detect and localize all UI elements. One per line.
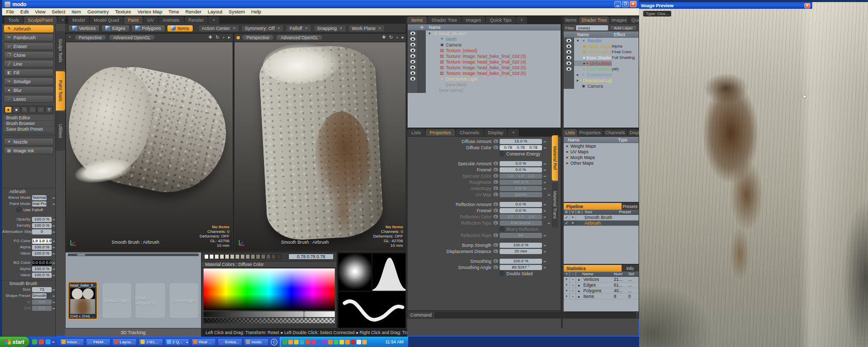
channel-dot-icon[interactable]: [493, 162, 498, 165]
color-swatch[interactable]: [256, 254, 260, 259]
visibility-eye-icon[interactable]: [566, 44, 571, 48]
mode-button[interactable]: Edges: [101, 25, 130, 32]
color-swatch[interactable]: [245, 254, 250, 259]
shader-row[interactable]: ◉ Camera: [564, 83, 639, 89]
brush-tip-button[interactable]: T: [45, 106, 53, 113]
chevron-down-icon[interactable]: ▼: [47, 294, 52, 297]
color-swatch[interactable]: [235, 254, 240, 259]
checkbox[interactable]: [500, 227, 504, 231]
select-add-button[interactable]: +: [564, 282, 570, 288]
property-field[interactable]: 100.0 %: [32, 217, 52, 222]
channel-dot-icon[interactable]: [493, 243, 498, 247]
toolbar-dropdown[interactable]: Work Plane ▼: [348, 25, 385, 32]
select-add-button[interactable]: +: [564, 277, 570, 282]
viewport-left-canvas[interactable]: Smooth Brush : Airbrush No Items Channel…: [66, 42, 233, 251]
stepper-arrows[interactable]: ◂▸: [546, 221, 552, 225]
mode-button[interactable]: Vertices: [68, 25, 100, 32]
viewport-nav-icon[interactable]: ⌕: [396, 35, 398, 40]
properties-tab[interactable]: Display: [484, 129, 508, 136]
item-row[interactable]: ▼ Mesh: [408, 36, 561, 42]
add-layer-button[interactable]: Add Layer: [610, 25, 637, 31]
expand-arrow-icon[interactable]: ►: [576, 278, 582, 281]
item-row[interactable]: ◐ Directional Light: [408, 76, 561, 82]
brush-link-button[interactable]: Brush Editor: [4, 115, 54, 120]
toolbar-dropdown[interactable]: Falloff ▼: [286, 25, 311, 32]
color-swatch[interactable]: [220, 254, 224, 259]
tray-icon[interactable]: [283, 340, 287, 344]
expand-arrow-icon[interactable]: ▼: [576, 39, 581, 42]
stepper-arrows[interactable]: ◂▸: [542, 146, 548, 149]
select-remove-button[interactable]: -: [570, 282, 576, 288]
checkbox[interactable]: [500, 151, 504, 156]
viewport-style-button[interactable]: Perspective: [242, 35, 274, 41]
visibility-eye-icon[interactable]: [410, 77, 415, 81]
ink-tool-button[interactable]: ✦ Nozzle: [4, 138, 54, 146]
statistics-row[interactable]: + - ► Vertices 21... ...: [564, 277, 639, 282]
color-swatch[interactable]: [276, 254, 281, 259]
stepper-arrows[interactable]: ◂▸: [542, 168, 548, 171]
channel-dot-icon[interactable]: [493, 259, 498, 263]
browser-scrollbar[interactable]: [68, 254, 199, 256]
color-swatch[interactable]: [225, 254, 229, 259]
menu-item[interactable]: Vertex Map: [137, 9, 162, 14]
image-thumbnail-selected[interactable]: head_bake_fi ... 2048 x 2048, ...: [68, 281, 98, 320]
visibility-eye-icon[interactable]: [410, 43, 415, 46]
visible-dot[interactable]: •: [570, 215, 576, 220]
tray-icon[interactable]: [362, 340, 367, 344]
stone-mesh-right[interactable]: [258, 43, 384, 241]
viewport-right[interactable]: PerspectiveAdvanced OpenGL ✚↻⌕▸ Smooth B…: [234, 33, 407, 252]
select-remove-button[interactable]: -: [570, 277, 576, 282]
alpha-checker-bar[interactable]: [204, 318, 335, 323]
property-field[interactable]: 0: [32, 229, 52, 234]
color-swatch[interactable]: [240, 254, 245, 259]
task-window-button[interactable]: Inbox...: [59, 338, 84, 346]
viewport-style-button[interactable]: Advanced OpenGL: [276, 35, 322, 41]
stepper-arrows[interactable]: ◂▸: [52, 288, 56, 291]
material-side-tab[interactable]: Material Trans: [552, 182, 558, 228]
item-row[interactable]: ▨ Texture: Image: head_bake_final_02d (5…: [408, 65, 561, 70]
stepper-arrows[interactable]: ◂▸: [52, 267, 56, 271]
stepper-arrows[interactable]: ◂▸: [542, 174, 548, 178]
visibility-eye-icon[interactable]: [410, 37, 415, 41]
channel-dot-icon[interactable]: [493, 168, 498, 171]
brush-tip-button[interactable]: ●: [13, 106, 20, 113]
properties-tab[interactable]: Properties: [426, 129, 455, 136]
tray-icon[interactable]: [300, 340, 304, 344]
property-field[interactable]: 100.0 %: [500, 243, 542, 248]
stepper-arrows[interactable]: ◂▸: [542, 265, 548, 269]
statistics-title[interactable]: Statistics: [564, 265, 622, 272]
minimize-button[interactable]: ▁: [614, 1, 621, 7]
map-group-row[interactable]: ► Other Maps: [564, 160, 639, 166]
checkbox[interactable]: [500, 271, 504, 276]
stepper-arrows[interactable]: ◂▸: [546, 193, 552, 196]
material-side-tab[interactable]: Material Ref: [552, 135, 558, 181]
item-row[interactable]: ◉ Camera: [408, 42, 561, 48]
tool-button[interactable]: ● Blur: [4, 86, 54, 94]
lists-panel-tab[interactable]: Lists: [563, 129, 577, 136]
color-swatch[interactable]: [209, 254, 214, 259]
expand-arrow-icon[interactable]: ►: [566, 155, 570, 159]
new-image-cell[interactable]: (new image): [169, 282, 199, 319]
visibility-eye-icon[interactable]: [566, 67, 571, 71]
expand-arrow-icon[interactable]: ►: [566, 144, 570, 148]
property-field[interactable]: 15.0 %: [500, 139, 542, 144]
task-window-button[interactable]: Layou...: [112, 338, 137, 346]
tool-tab[interactable]: Tools: [4, 17, 23, 24]
menu-item[interactable]: System: [228, 9, 245, 14]
overflow-chevron[interactable]: »: [52, 340, 54, 344]
brush-link-button[interactable]: Save Brush Preset: [4, 127, 54, 132]
brush-tip-button[interactable]: ●: [5, 106, 12, 113]
tool-button[interactable]: ❐ Clone: [4, 51, 54, 59]
item-row[interactable]: ▨ Texture: (mixed): [408, 48, 561, 53]
expand-arrow-icon[interactable]: ►: [576, 289, 582, 293]
brush-tip-button[interactable]: ✩: [29, 106, 36, 113]
visibility-eye-icon[interactable]: [566, 50, 571, 54]
info-tab[interactable]: Info: [622, 265, 639, 272]
toolbar-dropdown[interactable]: Snapping ▼: [314, 25, 346, 32]
property-field[interactable]: 100.0 %: [32, 251, 52, 256]
maximize-button[interactable]: ❐: [622, 1, 629, 7]
items-panel-tab[interactable]: Items: [407, 17, 427, 24]
shader-row[interactable]: ● Base Shader Full Shading: [564, 55, 639, 60]
scrollbar-handle[interactable]: [77, 254, 85, 256]
items-panel-tab[interactable]: Shader Tree: [427, 17, 461, 24]
